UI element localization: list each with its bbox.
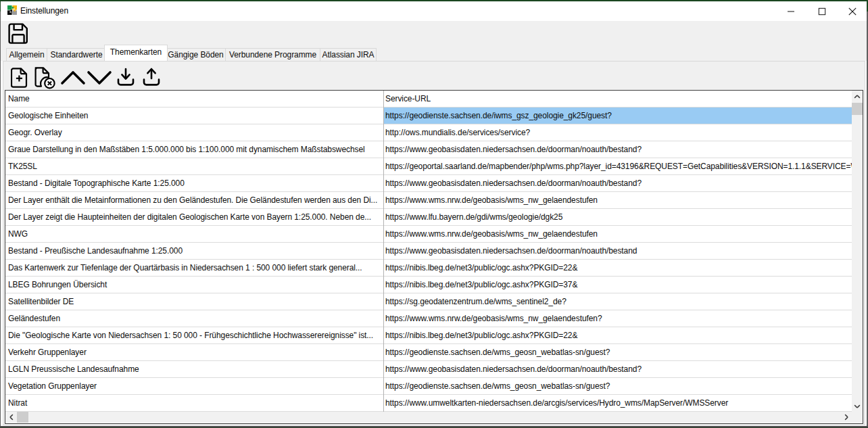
service-url-cell[interactable]: https://www.geobasisdaten.niedersachsen.…: [384, 175, 852, 191]
scrollbar-corner: [852, 412, 863, 423]
name-cell[interactable]: Das Kartenwerk zur Tiefenlage der Quartä…: [5, 260, 383, 276]
name-cell[interactable]: Graue Darstellung in den Maßstäben 1:5.0…: [5, 141, 383, 158]
chevron-up-icon: [60, 77, 86, 87]
service-url-cell[interactable]: https://www.umweltkarten-niedersachsen.d…: [384, 395, 852, 411]
table-row: Die "Geologische Karte von Niedersachsen…: [5, 327, 852, 344]
service-url-cell[interactable]: https://nibis.lbeg.de/net3/public/ogc.as…: [384, 260, 852, 276]
scroll-right-button[interactable]: [840, 412, 852, 423]
tab-label: Allgemein: [9, 50, 45, 60]
horizontal-scrollbar[interactable]: [5, 412, 852, 423]
service-url-cell[interactable]: https://sg.geodatenzentrum.de/wms_sentin…: [384, 293, 852, 310]
service-url-cell[interactable]: https://www.wms.nrw.de/geobasis/wms_nw_g…: [384, 310, 852, 327]
table-row: NWG https://www.wms.nrw.de/geobasis/wms_…: [5, 226, 852, 243]
table-row: Geologische Einheiten https://geodienste…: [5, 108, 852, 124]
tab-label: Verbundene Programme: [229, 50, 316, 60]
table-row: Geogr. Overlay http://ows.mundialis.de/s…: [5, 124, 852, 141]
service-url-cell[interactable]: https://www.wms.nrw.de/geobasis/wms_nw_g…: [384, 226, 852, 242]
table-row: Nitrat https://www.umweltkarten-niedersa…: [5, 395, 852, 412]
name-cell[interactable]: Die "Geologische Karte von Niedersachsen…: [5, 327, 383, 343]
table-row: Das Kartenwerk zur Tiefenlage der Quartä…: [5, 260, 852, 277]
floppy-disk-icon: [7, 36, 29, 46]
delete-entry-button[interactable]: [32, 67, 57, 91]
name-cell[interactable]: Geologische Einheiten: [5, 108, 383, 124]
table-header: Name Service-URL: [5, 91, 852, 108]
table-row: Der Layer zeigt die Haupteinheiten der d…: [5, 209, 852, 226]
table-row: TK25SL https://geoportal.saarland.de/map…: [5, 158, 852, 175]
service-url-cell[interactable]: https://geodienste.sachsen.de/iwms_gsz_g…: [384, 108, 852, 124]
table-row: Bestand - Preußische Landesaufnahme 1:25…: [5, 243, 852, 260]
tab-standardwerte[interactable]: Standardwerte: [47, 48, 106, 61]
maximize-button[interactable]: [806, 1, 838, 21]
tab-atlassian-jira[interactable]: Atlassian JIRA: [320, 48, 377, 61]
tab-label: Gängige Böden: [168, 50, 223, 60]
move-up-button[interactable]: [59, 70, 87, 87]
move-down-button[interactable]: [86, 70, 113, 87]
name-cell[interactable]: Der Layer zeigt die Haupteinheiten der d…: [5, 209, 383, 225]
column-header-name[interactable]: Name: [5, 91, 30, 107]
table-row: Geländestufen https://www.wms.nrw.de/geo…: [5, 310, 852, 327]
table-row: Satellitenbilder DE https://sg.geodatenz…: [5, 293, 852, 310]
name-cell[interactable]: Nitrat: [5, 395, 383, 411]
scroll-left-button[interactable]: [5, 412, 17, 423]
titlebar: Einstellungen: [1, 1, 867, 21]
horizontal-scroll-thumb[interactable]: [17, 412, 28, 423]
service-url-cell[interactable]: https://geodienste.sachsen.de/wms_geosn_…: [384, 378, 852, 394]
name-cell[interactable]: TK25SL: [5, 158, 383, 174]
save-button[interactable]: [7, 22, 30, 45]
service-url-cell[interactable]: https://www.geobasisdaten.niedersachsen.…: [384, 141, 852, 158]
service-url-cell[interactable]: https://www.lfu.bayern.de/gdi/wms/geolog…: [384, 209, 852, 225]
vertical-scrollbar[interactable]: [852, 91, 863, 412]
service-table: Name Service-URL Geologische Einheiten h…: [5, 90, 863, 424]
import-icon: [116, 80, 135, 90]
export-button[interactable]: [141, 68, 162, 89]
tab-bar: Allgemein Standardwerte Themenkarten Gän…: [6, 48, 376, 61]
window-frame-left: [0, 1, 1, 426]
table-row: Vegetation Gruppenlayer https://geodiens…: [5, 378, 852, 395]
service-url-cell[interactable]: https://www.geobasisdaten.niedersachsen.…: [384, 361, 852, 377]
settings-window: Einstellungen: [0, 0, 868, 428]
name-cell[interactable]: LGLN Preussische Landesaufnahme: [5, 361, 383, 377]
scroll-down-button[interactable]: [852, 400, 863, 412]
name-cell[interactable]: Bestand - Preußische Landesaufnahme 1:25…: [5, 243, 383, 259]
tab-label: Standardwerte: [50, 50, 102, 60]
name-cell[interactable]: Geländestufen: [5, 310, 383, 327]
close-button[interactable]: [837, 1, 867, 21]
import-button[interactable]: [116, 68, 136, 89]
service-url-cell[interactable]: https://geoportal.saarland.de/mapbender/…: [384, 158, 852, 174]
tab-page-themenkarten: Name Service-URL Geologische Einheiten h…: [3, 61, 865, 425]
name-cell[interactable]: Geogr. Overlay: [5, 124, 383, 141]
name-cell[interactable]: Vegetation Gruppenlayer: [5, 378, 383, 394]
table-row: LBEG Bohrungen Übersicht https://nibis.l…: [5, 277, 852, 293]
service-url-cell[interactable]: https://www.wms.nrw.de/geobasis/wms_nw_g…: [384, 192, 852, 208]
name-cell[interactable]: Satellitenbilder DE: [5, 293, 383, 310]
table-row: LGLN Preussische Landesaufnahme https://…: [5, 361, 852, 378]
table-row: Verkehr Gruppenlayer https://geodienste.…: [5, 344, 852, 361]
tab-verbundene-programme[interactable]: Verbundene Programme: [225, 48, 320, 61]
column-divider: [383, 91, 384, 412]
service-url-cell[interactable]: https://www.geobasisdaten.niedersachsen.…: [384, 243, 852, 259]
minimize-button[interactable]: [775, 1, 806, 21]
export-icon: [142, 80, 161, 90]
name-cell[interactable]: LBEG Bohrungen Übersicht: [5, 277, 383, 293]
service-url-cell[interactable]: https://nibis.lbeg.de/net3/public/ogc.as…: [384, 277, 852, 293]
name-cell[interactable]: Verkehr Gruppenlayer: [5, 344, 383, 360]
tab-label: Themenkarten: [110, 47, 162, 57]
scroll-up-button[interactable]: [852, 91, 863, 102]
name-cell[interactable]: NWG: [5, 226, 383, 242]
tab-themenkarten[interactable]: Themenkarten: [104, 45, 168, 61]
app-puzzle-icon: [7, 5, 18, 16]
window-title: Einstellungen: [20, 1, 68, 21]
table-row: Der Layer enthält die Metainformationen …: [5, 192, 852, 209]
tab-label: Atlassian JIRA: [322, 50, 375, 60]
name-cell[interactable]: Der Layer enthält die Metainformationen …: [5, 192, 383, 208]
table-rows: Geologische Einheiten https://geodienste…: [5, 108, 852, 412]
tab-gaengige-boeden[interactable]: Gängige Böden: [166, 48, 226, 61]
name-cell[interactable]: Bestand - Digitale Topographische Karte …: [5, 175, 383, 191]
add-entry-button[interactable]: [9, 67, 29, 90]
service-url-cell[interactable]: https://nibis.lbeg.de/net3/public/ogc.as…: [384, 327, 852, 343]
column-header-service-url[interactable]: Service-URL: [384, 91, 431, 107]
service-url-cell[interactable]: https://geodienste.sachsen.de/wms_geosn_…: [384, 344, 852, 360]
tab-allgemein[interactable]: Allgemein: [6, 48, 47, 61]
vertical-scroll-thumb[interactable]: [852, 103, 863, 115]
service-url-cell[interactable]: http://ows.mundialis.de/services/service…: [384, 124, 852, 141]
